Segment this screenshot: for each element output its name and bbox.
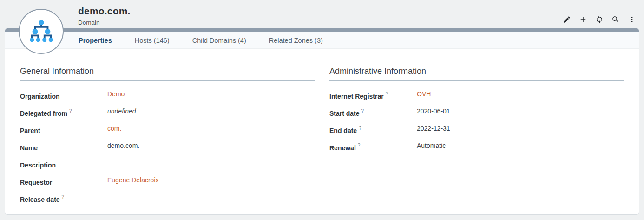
- field-value: 2020-06-01: [417, 107, 450, 115]
- tab-hosts[interactable]: Hosts (146): [135, 37, 170, 44]
- help-marker: ?: [69, 108, 72, 113]
- properties-content: General Information Organization Demo De…: [5, 49, 639, 211]
- field-row-parent: Parent com.: [20, 125, 315, 142]
- page-header: demo.com. Domain: [0, 0, 644, 28]
- field-row-requestor: Requestor Eugene Delacroix: [20, 176, 315, 193]
- tab-child-domains[interactable]: Child Domains (4): [192, 37, 246, 44]
- tab-properties[interactable]: Properties: [79, 37, 112, 44]
- field-value: undefined: [107, 107, 136, 115]
- field-row-delegated-from: Delegated from? undefined: [20, 107, 315, 125]
- field-row-organization: Organization Demo: [20, 90, 315, 107]
- help-marker: ?: [361, 108, 364, 113]
- help-marker: ?: [62, 194, 65, 200]
- field-value: Automatic: [417, 142, 446, 150]
- add-button[interactable]: [578, 15, 588, 24]
- field-value: 2022-12-31: [417, 125, 450, 133]
- field-value: demo.com.: [107, 142, 139, 150]
- field-value-link[interactable]: Eugene Delacroix: [107, 176, 159, 184]
- search-icon: [611, 15, 620, 24]
- field-label: Name: [20, 142, 107, 152]
- field-label: Start date?: [329, 107, 417, 118]
- field-label: Delegated from?: [20, 107, 107, 118]
- field-rows: Organization Demo Delegated from? undefi…: [20, 90, 315, 211]
- field-label: End date?: [329, 125, 417, 135]
- field-value-link[interactable]: OVH: [417, 90, 431, 98]
- header-actions: [562, 15, 637, 24]
- field-row-name: Name demo.com.: [20, 142, 315, 159]
- field-row-internet-registrar: Internet Registrar? OVH: [329, 90, 624, 107]
- search-button[interactable]: [611, 15, 620, 24]
- plus-icon: [579, 15, 587, 24]
- field-row-description: Description: [20, 159, 315, 176]
- field-row-start-date: Start date? 2020-06-01: [329, 107, 624, 125]
- field-rows: Internet Registrar? OVH Start date? 2020…: [329, 90, 624, 159]
- pencil-icon: [563, 15, 571, 24]
- field-label: Parent: [20, 125, 107, 135]
- field-label: Release date?: [20, 193, 107, 204]
- details-card: Properties Hosts (146) Child Domains (4)…: [5, 28, 639, 215]
- field-label: Organization: [20, 90, 107, 100]
- refresh-button[interactable]: [595, 15, 604, 24]
- field-label: Description: [20, 159, 107, 169]
- field-value-link[interactable]: com.: [107, 125, 121, 133]
- card-accent-bar: [5, 28, 639, 32]
- help-marker: ?: [386, 91, 388, 96]
- section-title: General Information: [20, 67, 315, 81]
- refresh-icon: [595, 15, 604, 24]
- tab-related-zones[interactable]: Related Zones (3): [269, 37, 323, 44]
- field-label: Renewal?: [329, 142, 417, 152]
- help-marker: ?: [358, 143, 361, 148]
- org-chart-icon: [28, 19, 55, 44]
- more-options-button[interactable]: [627, 15, 637, 24]
- section-general-information: General Information Organization Demo De…: [20, 49, 315, 211]
- domain-avatar: [19, 9, 64, 54]
- section-title: Administrative Information: [329, 67, 624, 81]
- edit-button[interactable]: [562, 15, 572, 24]
- title-block: demo.com. Domain: [78, 6, 131, 26]
- field-row-end-date: End date? 2022-12-31: [329, 125, 624, 142]
- help-marker: ?: [359, 126, 361, 131]
- field-value-link[interactable]: Demo: [107, 90, 125, 98]
- kebab-menu-icon: [628, 15, 636, 24]
- field-row-release-date: Release date?: [20, 193, 315, 211]
- tab-bar: Properties Hosts (146) Child Domains (4)…: [5, 32, 639, 49]
- field-label: Requestor: [20, 176, 107, 187]
- page-subtitle: Domain: [78, 19, 131, 26]
- page-title: demo.com.: [78, 6, 131, 17]
- field-row-renewal: Renewal? Automatic: [329, 142, 624, 159]
- section-administrative-information: Administrative Information Internet Regi…: [329, 49, 624, 211]
- field-label: Internet Registrar?: [329, 90, 417, 100]
